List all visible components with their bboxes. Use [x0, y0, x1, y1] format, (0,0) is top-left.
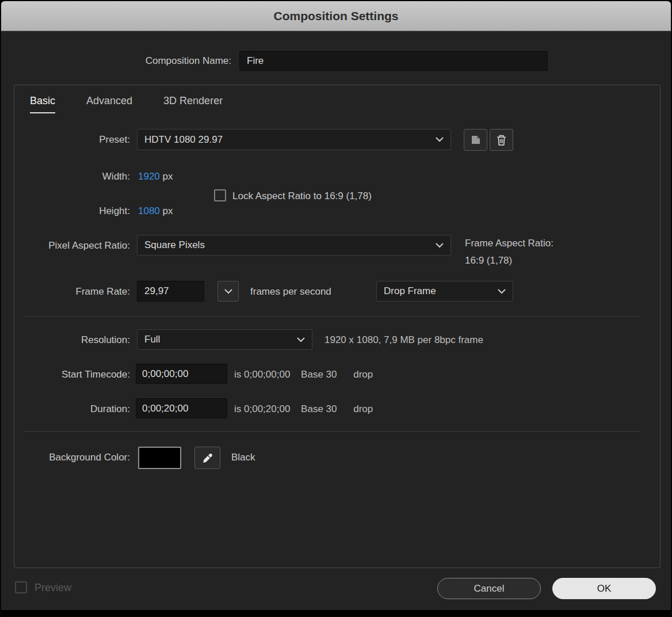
duration-info: is 0;00;20;00 Base 30 drop: [234, 403, 373, 415]
height-label: Height:: [15, 205, 130, 217]
duration-base: Base 30: [301, 403, 337, 414]
basic-settings-panel: [14, 85, 660, 568]
chevron-down-icon: [297, 337, 305, 342]
width-unit: px: [163, 171, 173, 182]
preview-checkbox[interactable]: [15, 581, 27, 593]
folded-page-icon: [471, 135, 481, 145]
frame-rate-preset-dropdown-button[interactable]: [217, 281, 239, 302]
composition-settings-dialog: Composition Settings Composition Name: B…: [0, 0, 672, 617]
frame-aspect-ratio-label: Frame Aspect Ratio:: [465, 237, 553, 249]
tab-3d-renderer[interactable]: 3D Renderer: [163, 95, 223, 113]
preset-value: HDTV 1080 29.97: [144, 134, 223, 146]
background-color-label: Background Color:: [15, 451, 130, 463]
chevron-down-icon: [498, 289, 506, 294]
delete-preset-button[interactable]: [490, 129, 513, 151]
start-timecode-base: Base 30: [301, 369, 337, 380]
preset-label: Preset:: [15, 134, 130, 146]
resolution-dropdown[interactable]: Full: [137, 329, 312, 350]
background-color-swatch[interactable]: [138, 447, 181, 469]
frame-rate-input[interactable]: [137, 281, 204, 302]
ok-button[interactable]: OK: [552, 578, 656, 599]
window-bottom-edge: [1, 610, 671, 616]
height-unit: px: [163, 205, 173, 216]
start-timecode-input[interactable]: [136, 364, 227, 384]
resolution-info: 1920 x 1080, 7,9 MB per 8bpc frame: [324, 334, 483, 346]
duration-is: is 0;00;20;00: [234, 403, 290, 414]
background-eyedropper-button[interactable]: [194, 447, 220, 469]
resolution-label: Resolution:: [15, 334, 130, 346]
resolution-value: Full: [144, 334, 160, 345]
composition-name-input[interactable]: [239, 51, 548, 71]
preset-dropdown[interactable]: HDTV 1080 29.97: [137, 129, 451, 150]
start-timecode-label: Start Timecode:: [15, 368, 130, 380]
chevron-down-icon: [224, 289, 232, 294]
frame-aspect-ratio-value: 16:9 (1,78): [465, 254, 553, 266]
pixel-aspect-ratio-value: Square Pixels: [144, 239, 205, 251]
width-value[interactable]: 1920: [138, 171, 160, 182]
eyedropper-icon: [202, 452, 213, 464]
frame-rate-label: Frame Rate:: [15, 285, 130, 298]
pixel-aspect-ratio-dropdown[interactable]: Square Pixels: [137, 235, 451, 256]
trash-icon: [497, 135, 506, 146]
divider: [24, 316, 641, 317]
save-preset-button[interactable]: [464, 129, 487, 151]
lock-aspect-ratio-label: Lock Aspect Ratio to 16:9 (1,78): [232, 190, 372, 202]
drop-frame-dropdown[interactable]: Drop Frame: [376, 281, 513, 302]
duration-drop: drop: [353, 403, 373, 414]
pixel-aspect-ratio-label: Pixel Aspect Ratio:: [15, 239, 130, 252]
ok-button-label: OK: [597, 583, 612, 595]
composition-name-label: Composition Name:: [87, 55, 231, 67]
dialog-title: Composition Settings: [274, 9, 399, 23]
frame-aspect-ratio-block: Frame Aspect Ratio: 16:9 (1,78): [465, 237, 553, 266]
preview-label: Preview: [35, 582, 71, 594]
divider: [24, 431, 641, 432]
start-timecode-drop: drop: [353, 369, 373, 380]
drop-frame-value: Drop Frame: [384, 285, 436, 297]
duration-input[interactable]: [136, 398, 227, 418]
width-label: Width:: [15, 170, 130, 182]
chevron-down-icon: [436, 137, 444, 142]
dialog-titlebar[interactable]: Composition Settings: [1, 1, 671, 31]
duration-label: Duration:: [15, 403, 130, 415]
height-value[interactable]: 1080: [138, 205, 160, 216]
cancel-button-label: Cancel: [474, 583, 505, 595]
chevron-down-icon: [436, 243, 444, 248]
lock-aspect-ratio-checkbox[interactable]: [214, 189, 226, 201]
height-value-group: 1080 px: [138, 205, 173, 217]
start-timecode-is: is 0;00;00;00: [234, 369, 290, 380]
cancel-button[interactable]: Cancel: [437, 578, 541, 599]
tab-advanced[interactable]: Advanced: [86, 95, 132, 113]
settings-tabs: Basic Advanced 3D Renderer: [30, 95, 223, 113]
frame-rate-units-label: frames per second: [250, 285, 331, 298]
width-value-group: 1920 px: [138, 170, 173, 182]
background-color-name: Black: [231, 451, 255, 463]
start-timecode-info: is 0;00;00;00 Base 30 drop: [234, 368, 373, 380]
tab-basic[interactable]: Basic: [30, 95, 55, 113]
